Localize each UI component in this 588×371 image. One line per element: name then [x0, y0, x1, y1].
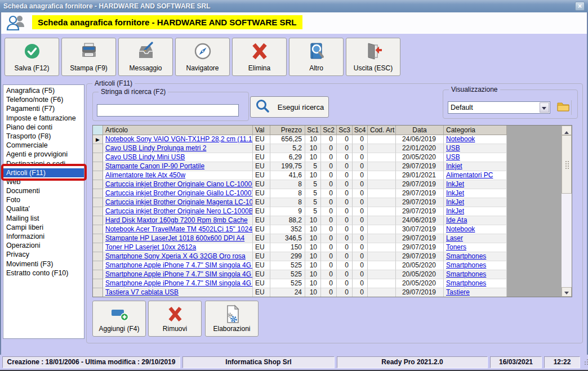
table-row[interactable]: Smartphone Apple iPhone 7 4.7" SIM singo… [93, 270, 572, 279]
table-row[interactable]: Cartuccia inkjet Brother Originale Nero … [93, 207, 572, 216]
column-header-prezzo[interactable]: Prezzo [270, 126, 305, 135]
category-link[interactable]: InkJet [446, 207, 464, 215]
row-selector[interactable] [93, 261, 103, 270]
article-link[interactable]: Notebook Sony VAIO VGN-TX1HP 28,2 cm (11… [105, 135, 253, 143]
sidebar-item[interactable]: Articoli (F11) [3, 168, 84, 177]
column-header-sc3[interactable]: Sc3 [337, 126, 353, 135]
sidebar-item[interactable]: Informazioni [3, 232, 84, 241]
article-link[interactable]: Notebook Acer TravelMate TM 4502LCi 15" … [105, 225, 253, 233]
row-selector[interactable] [93, 216, 103, 225]
chevron-down-icon[interactable] [540, 102, 549, 113]
scroll-down-button[interactable] [562, 287, 572, 297]
category-link[interactable]: USB [446, 153, 460, 161]
sidebar-item[interactable]: Documenti [3, 186, 84, 195]
message-button[interactable]: Messaggio [118, 38, 173, 76]
table-row[interactable]: Toner HP Laserjet 10xx 2612aEU1501000029… [93, 243, 572, 252]
scroll-up-button[interactable] [562, 126, 572, 135]
table-row[interactable]: Smartphone Sony Xperia X 4G 32GB Oro ros… [93, 252, 572, 261]
row-selector[interactable]: ▶ [93, 135, 103, 144]
sidebar-item[interactable]: Trasporto (F8) [3, 132, 84, 141]
column-header-sc2[interactable]: Sc2 [321, 126, 337, 135]
sidebar-item[interactable]: Movimenti (F3) [3, 260, 84, 269]
table-row[interactable]: Stampante HP LaserJet 1018 600x600 DPI A… [93, 234, 572, 243]
resize-grip[interactable] [585, 361, 586, 363]
table-row[interactable]: Hard Disk Maxtor 160gb 7200 Rpm 8mb Cach… [93, 216, 572, 225]
column-header-data[interactable]: Data [396, 126, 444, 135]
run-search-button[interactable]: Esegui ricerca [250, 96, 329, 118]
article-link[interactable]: Smartphone Apple iPhone 7 4.7" SIM singo… [105, 279, 253, 287]
article-link[interactable]: Tastiera V7 cablata USB [105, 288, 179, 296]
category-link[interactable]: InkJet [446, 180, 464, 188]
sidebar-item[interactable]: Anagrafica (F5) [3, 86, 84, 95]
article-link[interactable]: Cavo USB Lindy Prolunga metri 2 [105, 144, 206, 152]
article-link[interactable]: Alimentatore Itek Atx 450w [105, 171, 185, 179]
remove-button[interactable]: Rimuovi [148, 301, 202, 337]
table-row[interactable]: Notebook Acer TravelMate TM 4502LCi 15" … [93, 225, 572, 234]
sidebar-item[interactable]: Pagamenti (F7) [3, 104, 84, 113]
row-selector[interactable] [93, 189, 103, 198]
sidebar-item[interactable]: Qualita' [3, 204, 84, 213]
sidebar-item[interactable]: Commerciale [3, 141, 84, 150]
scrollbar-thumb[interactable] [562, 135, 572, 194]
category-link[interactable]: Smartphones [446, 270, 486, 278]
article-link[interactable]: Smartphone Apple iPhone 7 4.7" SIM singo… [105, 261, 253, 269]
article-link[interactable]: Stampante Canon IP-90 Portatile [105, 162, 204, 170]
column-header-sc1[interactable]: Sc1 [305, 126, 321, 135]
column-header-val[interactable]: Val [253, 126, 270, 135]
article-link[interactable]: Smartphone Apple iPhone 7 4.7" SIM singo… [105, 270, 253, 278]
sidebar-item[interactable]: Destinazioni e sedi [3, 159, 84, 168]
sidebar-item[interactable]: Foto [3, 195, 84, 204]
category-link[interactable]: InkJet [446, 189, 464, 197]
sidebar-item[interactable]: Piano dei conti [3, 123, 84, 132]
sidebar-item[interactable]: Telefono/note (F6) [3, 95, 84, 104]
navigator-button[interactable]: Navigatore [175, 38, 230, 76]
row-selector[interactable] [93, 207, 103, 216]
row-selector[interactable] [93, 252, 103, 261]
sidebar-item[interactable]: Campi liberi [3, 223, 84, 232]
table-row[interactable]: Cavo USB Lindy Mini USBEU6,291000020/05/… [93, 153, 572, 162]
table-row[interactable]: Alimentatore Itek Atx 450wEU41,61000029/… [93, 171, 572, 180]
table-row[interactable]: Cartuccia inkjet Brother Originale Giall… [93, 189, 572, 198]
table-row[interactable]: ▶Notebook Sony VAIO VGN-TX1HP 28,2 cm (1… [93, 135, 572, 144]
sidebar-item[interactable]: Estratto conto (F10) [3, 269, 84, 278]
article-link[interactable]: Cartuccia inkjet Brother Originale Magen… [105, 198, 253, 206]
row-selector[interactable] [93, 198, 103, 207]
category-link[interactable]: Smartphones [446, 279, 486, 287]
category-link[interactable]: Smartphones [446, 252, 486, 260]
sidebar-item[interactable]: Privacy [3, 250, 84, 259]
category-link[interactable]: Ide Ata [446, 216, 467, 224]
row-selector[interactable] [93, 288, 103, 297]
sidebar-item[interactable]: Web [3, 177, 84, 186]
close-button[interactable]: × [575, 2, 585, 11]
column-header-articolo[interactable]: Articolo [103, 126, 253, 135]
search-input[interactable] [97, 104, 239, 117]
article-link[interactable]: Smartphone Sony Xperia X 4G 32GB Oro ros… [105, 252, 246, 260]
table-row[interactable]: Cartuccia inkjet Brother Originale Magen… [93, 198, 572, 207]
article-link[interactable]: Cavo USB Lindy Mini USB [105, 153, 185, 161]
category-link[interactable]: Laser [446, 234, 463, 242]
category-link[interactable]: Notebook [446, 135, 475, 143]
column-header-codart[interactable]: Cod. Art [368, 126, 396, 135]
row-selector[interactable] [93, 234, 103, 243]
table-row[interactable]: Cavo USB Lindy Prolunga metri 2EU5,21000… [93, 144, 572, 153]
category-link[interactable]: InkJet [446, 198, 464, 206]
delete-button[interactable]: Elimina [232, 38, 287, 76]
table-row[interactable]: Stampante Canon IP-90 PortatileEU199,755… [93, 162, 572, 171]
article-link[interactable]: Cartuccia inkjet Brother Originale Giall… [105, 189, 253, 197]
processing-button[interactable]: Elaborazioni [205, 301, 259, 337]
article-link[interactable]: Stampante HP LaserJet 1018 600x600 DPI A… [105, 234, 244, 242]
category-link[interactable]: Tastiere [446, 288, 470, 296]
category-link[interactable]: Toners [446, 243, 466, 251]
article-link[interactable]: Hard Disk Maxtor 160gb 7200 Rpm 8mb Cach… [105, 216, 248, 224]
article-link[interactable]: Toner HP Laserjet 10xx 2612a [105, 243, 196, 251]
table-row[interactable]: Tastiera V7 cablata USBEU241000029/07/20… [93, 288, 572, 297]
category-link[interactable]: Notebook [446, 225, 475, 233]
row-selector[interactable] [93, 243, 103, 252]
add-button[interactable]: Aggiungi (F4) [92, 301, 146, 337]
column-header-sc4[interactable]: Sc4 [353, 126, 368, 135]
save-button[interactable]: Salva (F12) [5, 38, 59, 76]
vertical-scrollbar[interactable] [562, 126, 572, 297]
table-row[interactable]: Smartphone Apple iPhone 7 4.7" SIM singo… [93, 261, 572, 270]
category-link[interactable]: Alimentatori PC [446, 171, 493, 179]
row-selector[interactable] [93, 153, 103, 162]
